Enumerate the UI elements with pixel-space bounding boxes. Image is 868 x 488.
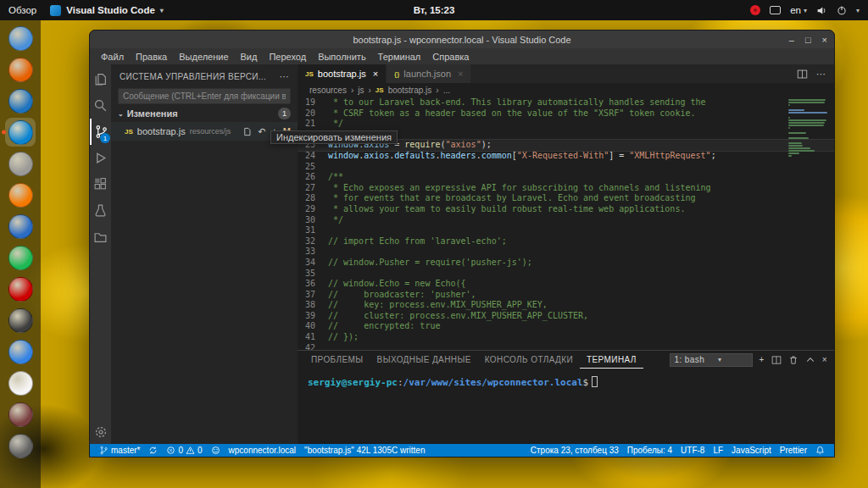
- remote-project-indicator[interactable]: wpconnector.local: [225, 446, 301, 455]
- language-mode-indicator[interactable]: JavaScript: [727, 446, 776, 455]
- breadcrumb-item-file[interactable]: bootstrap.js: [388, 86, 432, 95]
- code-line-26[interactable]: 26/**: [298, 172, 834, 183]
- branch-indicator[interactable]: master*: [95, 446, 144, 455]
- minimize-button[interactable]: –: [789, 35, 794, 45]
- code-line-19[interactable]: 19 * to our Laravel back-end. This libra…: [298, 97, 834, 108]
- explorer-icon[interactable]: [90, 66, 111, 92]
- screen-share-icon[interactable]: [770, 6, 781, 14]
- code-line-35[interactable]: 35: [298, 269, 834, 280]
- panel-tab-terminal[interactable]: ТЕРМИНАЛ: [580, 351, 643, 369]
- dock-item-files[interactable]: [5, 431, 36, 460]
- code-line-41[interactable]: 41// });: [298, 332, 834, 343]
- maximize-panel-icon[interactable]: [805, 355, 815, 365]
- clock[interactable]: Вт, 15:23: [414, 5, 455, 15]
- manage-gear-icon[interactable]: [90, 425, 111, 439]
- more-actions-icon[interactable]: ⋯: [816, 69, 826, 80]
- dock-item-radio-app[interactable]: [5, 400, 36, 429]
- screen-record-icon[interactable]: [750, 5, 760, 15]
- activities-button[interactable]: Обзор: [8, 5, 36, 15]
- source-control-icon[interactable]: 1: [90, 119, 111, 145]
- maximize-button[interactable]: □: [805, 35, 811, 45]
- commit-message-input[interactable]: [118, 88, 291, 104]
- dock-item-app-green[interactable]: [5, 243, 36, 272]
- menu-help[interactable]: Справка: [426, 52, 475, 62]
- close-tab-icon[interactable]: ×: [458, 69, 463, 79]
- tab-bootstrap-js[interactable]: JS bootstrap.js ×: [298, 64, 387, 83]
- code-line-27[interactable]: 27 * Echo exposes an expressive API for …: [298, 183, 834, 194]
- code-line-25[interactable]: 25: [298, 162, 834, 173]
- menu-view[interactable]: Вид: [235, 52, 264, 62]
- code-line-33[interactable]: 33: [298, 247, 834, 258]
- menu-run[interactable]: Выполнить: [312, 52, 371, 62]
- dock-item-firefox[interactable]: [5, 55, 36, 84]
- code-line-30[interactable]: 30 */: [298, 215, 834, 226]
- eol-indicator[interactable]: LF: [709, 446, 727, 455]
- changes-section-header[interactable]: ⌄ Изменения 1: [111, 104, 298, 122]
- menu-selection[interactable]: Выделение: [173, 52, 234, 62]
- extensions-icon[interactable]: [90, 171, 111, 197]
- menu-edit[interactable]: Правка: [130, 52, 173, 62]
- code-line-42[interactable]: 42: [298, 343, 834, 350]
- chevron-down-icon[interactable]: ▾: [856, 7, 860, 14]
- sync-icon[interactable]: [144, 446, 162, 455]
- volume-icon[interactable]: [816, 5, 827, 16]
- close-panel-icon[interactable]: ×: [822, 355, 827, 364]
- encoding-indicator[interactable]: UTF-8: [676, 446, 709, 455]
- panel-tab-output[interactable]: ВЫХОДНЫЕ ДАННЫЕ: [370, 351, 478, 369]
- dock-item-thunderbird[interactable]: [5, 86, 36, 115]
- run-debug-icon[interactable]: [90, 145, 111, 171]
- code-line-39[interactable]: 39// cluster: process.env.MIX_PUSHER_APP…: [298, 311, 834, 322]
- code-line-40[interactable]: 40// encrypted: true: [298, 321, 834, 332]
- terminal-shell-select[interactable]: 1: bash ▾: [670, 353, 753, 367]
- close-button[interactable]: ×: [822, 35, 827, 45]
- breadcrumb-item-resources[interactable]: resources: [309, 86, 347, 95]
- search-icon[interactable]: [90, 92, 111, 119]
- code-line-20[interactable]: 20 * CSRF token as a header based on the…: [298, 108, 834, 119]
- dock-item-help[interactable]: [5, 306, 36, 335]
- window-title-bar[interactable]: bootstrap.js - wpconnector.local - Visua…: [90, 30, 834, 48]
- split-editor-icon[interactable]: [797, 69, 808, 80]
- code-line-36[interactable]: 36// window.Echo = new Echo({: [298, 279, 834, 290]
- code-line-24[interactable]: 24window.axios.defaults.headers.common["…: [298, 151, 834, 162]
- cursor-position-indicator[interactable]: Строка 23, столбец 33: [526, 446, 623, 455]
- dock-item-egg-app[interactable]: [5, 369, 36, 397]
- test-beaker-icon[interactable]: [90, 197, 111, 224]
- breadcrumb-item-symbol[interactable]: ...: [443, 86, 450, 95]
- formatter-indicator[interactable]: Prettier: [776, 446, 811, 455]
- panel-tab-debug-console[interactable]: КОНСОЛЬ ОТЛАДКИ: [478, 351, 580, 369]
- code-line-28[interactable]: 28 * for events that are broadcast by La…: [298, 193, 834, 204]
- code-line-34[interactable]: 34// window.Pusher = require('pusher-js'…: [298, 258, 834, 269]
- dock-item-shotwell[interactable]: [5, 180, 36, 209]
- notifications-bell-icon[interactable]: [811, 446, 829, 455]
- dock-item-paint-app[interactable]: [5, 337, 36, 366]
- more-actions-icon[interactable]: ⋯: [280, 71, 289, 82]
- minimap[interactable]: [788, 99, 831, 160]
- menu-go[interactable]: Переход: [263, 52, 312, 62]
- feedback-smiley-icon[interactable]: [207, 446, 225, 455]
- code-line-32[interactable]: 32// import Echo from 'laravel-echo';: [298, 236, 834, 247]
- indentation-indicator[interactable]: Пробелы: 4: [623, 446, 676, 455]
- breadcrumb-item-js[interactable]: js: [358, 86, 364, 95]
- app-menu[interactable]: Visual Studio Code ▾: [50, 5, 164, 16]
- code-line-38[interactable]: 38// key: process.env.MIX_PUSHER_APP_KEY…: [298, 300, 834, 311]
- code-line-31[interactable]: 31: [298, 225, 834, 236]
- panel-tab-problems[interactable]: ПРОБЛЕМЫ: [304, 351, 370, 369]
- open-file-icon[interactable]: [242, 127, 252, 136]
- changed-file-row[interactable]: JS bootstrap.js resources/js ↶ + M: [111, 122, 298, 141]
- code-line-29[interactable]: 29 * allows your team to easily build ro…: [298, 204, 834, 215]
- code-line-21[interactable]: 21 */: [298, 119, 834, 130]
- dock-item-app-red[interactable]: [5, 274, 36, 303]
- dock-item-vscode[interactable]: [5, 118, 36, 147]
- dock-item-libreoffice-writer[interactable]: [5, 212, 36, 241]
- keyboard-layout-indicator[interactable]: en ▾: [790, 5, 807, 15]
- split-terminal-icon[interactable]: [771, 355, 782, 365]
- terminal[interactable]: sergiy@sergiy-pc:/var/www/sites/wpconnec…: [298, 369, 834, 444]
- problems-indicator[interactable]: 0 0: [162, 446, 206, 455]
- menu-file[interactable]: Файл: [95, 52, 130, 62]
- kill-terminal-icon[interactable]: [788, 355, 798, 365]
- menu-terminal[interactable]: Терминал: [372, 52, 427, 62]
- power-icon[interactable]: [837, 5, 847, 15]
- close-tab-icon[interactable]: ×: [373, 69, 378, 79]
- remote-folder-icon[interactable]: [90, 224, 111, 250]
- dock-item-browser-blue[interactable]: [5, 24, 36, 53]
